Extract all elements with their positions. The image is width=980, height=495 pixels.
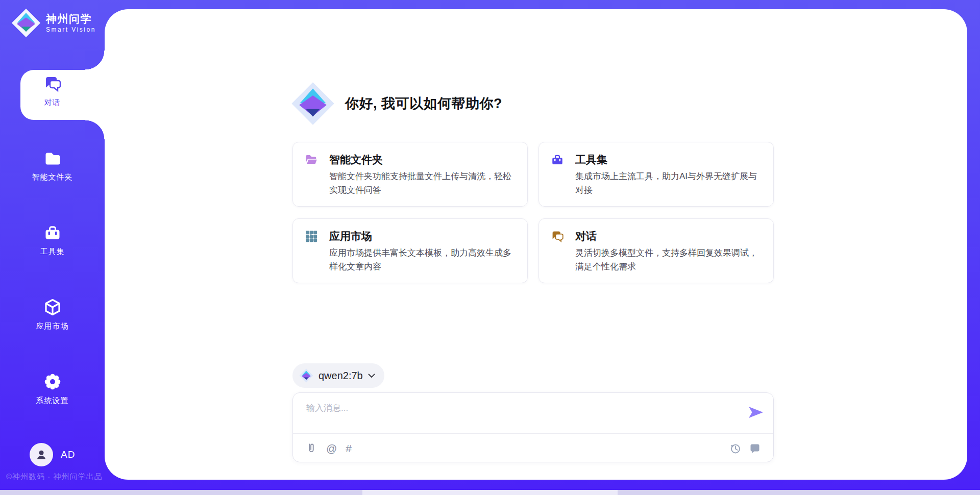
greeting-block: 你好, 我可以如何帮助你? [291,82,502,126]
app-logo: 神州问学 Smart Vision [11,8,96,38]
sidebar-item-app-market[interactable]: 应用市场 [0,298,105,331]
sidebar-item-toolset[interactable]: 工具集 [0,224,105,257]
model-diamond-icon [299,368,313,383]
person-icon [35,448,48,461]
hash-icon[interactable]: # [346,442,352,455]
card-description: 智能文件夹功能支持批量文件上传与清洗，轻松实现文件问答 [329,169,518,197]
avatar[interactable] [30,443,53,466]
horizontal-scrollbar[interactable] [0,490,980,495]
composer-tools: @ # [305,442,352,455]
folder-open-icon [305,153,318,166]
card-description: 集成市场上主流工具，助力AI与外界无缝扩展与对接 [575,169,764,197]
sidebar-item-smart-folder[interactable]: 智能文件夹 [0,149,105,182]
brand-subtitle: Smart Vision [46,26,96,33]
sidebar-item-label: 工具集 [40,247,65,257]
toolbox-icon [43,224,62,242]
assistant-diamond-icon [291,82,335,126]
greeting-title: 你好, 我可以如何帮助你? [345,94,502,113]
brand-diamond-icon [11,8,41,38]
card-description: 应用市场提供丰富长文本模板，助力高效生成多样化文章内容 [329,246,518,274]
history-icon[interactable] [729,442,741,455]
chat-icon [43,75,62,93]
user-account[interactable]: AD [30,443,75,466]
composer-right-tools [729,442,761,455]
app-window: 神州问学 Smart Vision 对话 智能文件夹 工具集 应用市场 系统设置 [0,0,980,495]
chevron-down-icon [368,374,375,378]
tab-notch-top [85,51,105,70]
card-title: 对话 [575,229,597,243]
sidebar-item-label: 智能文件夹 [32,172,73,182]
model-name: qwen2:7b [318,370,363,382]
card-chat[interactable]: 对话 灵活切换多模型文件，支持多样回复效果调试，满足个性化需求 [538,218,774,283]
send-icon [749,407,763,418]
sidebar-item-label: 系统设置 [36,396,69,406]
model-selector[interactable]: qwen2:7b [292,363,384,388]
card-app-market[interactable]: 应用市场 应用市场提供丰富长文本模板，助力高效生成多样化文章内容 [292,218,528,283]
folder-icon [43,149,62,167]
card-description: 灵活切换多模型文件，支持多样回复效果调试，满足个性化需求 [575,246,764,274]
card-toolset[interactable]: 工具集 集成市场上主流工具，助力AI与外界无缝扩展与对接 [538,142,774,207]
at-icon[interactable]: @ [326,442,337,455]
chat-icon [551,230,564,243]
tab-notch-bottom [85,120,105,139]
toolbox-icon [551,153,564,166]
sidebar-item-label: 应用市场 [36,321,69,331]
paperclip-icon[interactable] [305,442,317,455]
message-composer: @ # [292,392,774,462]
scrollbar-thumb[interactable] [362,490,618,495]
gear-icon [43,373,62,391]
sidebar-item-label: 对话 [44,98,61,108]
sidebar-item-settings[interactable]: 系统设置 [0,373,105,406]
grid-icon [305,230,318,243]
card-title: 智能文件夹 [329,153,383,167]
comment-icon[interactable] [749,442,761,455]
composer-divider [293,433,773,434]
send-button[interactable] [749,407,763,418]
card-title: 工具集 [575,153,607,167]
message-input[interactable] [305,400,741,416]
brand-name: 神州问学 [46,13,96,25]
user-initials: AD [61,449,75,460]
card-title: 应用市场 [329,229,372,243]
copyright-note: ©神州数码 · 神州问学出品 [6,472,102,482]
feature-cards: 智能文件夹 智能文件夹功能支持批量文件上传与清洗，轻松实现文件问答 工具集 集成… [292,142,774,283]
sidebar-item-chat[interactable]: 对话 [10,75,94,108]
card-smart-folder[interactable]: 智能文件夹 智能文件夹功能支持批量文件上传与清洗，轻松实现文件问答 [292,142,528,207]
cube-icon [43,298,62,316]
